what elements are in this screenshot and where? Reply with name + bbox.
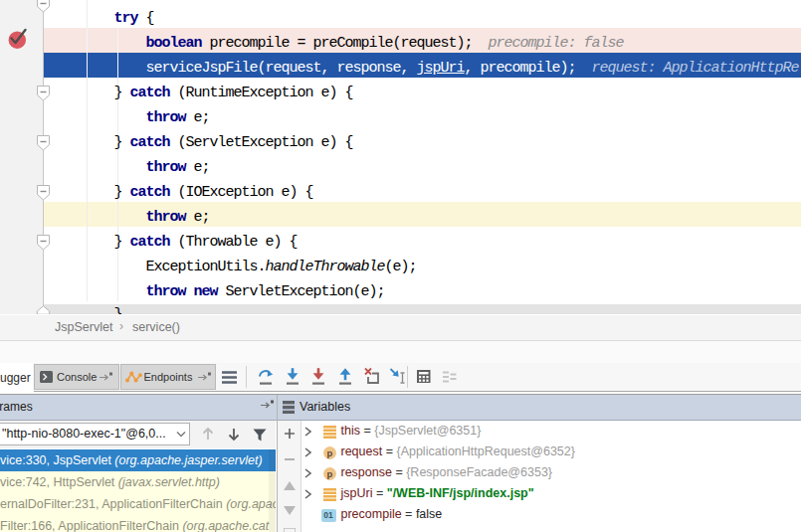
svg-text:p: p <box>326 446 332 457</box>
svg-text:p: p <box>326 467 332 478</box>
